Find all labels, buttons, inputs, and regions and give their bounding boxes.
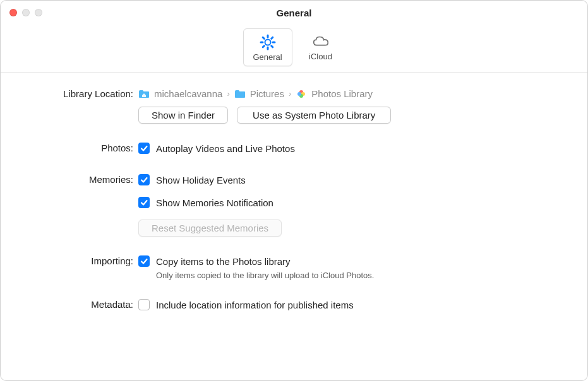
copy-items-subtext: Only items copied to the library will up… <box>156 271 567 280</box>
chevron-right-icon: › <box>289 89 291 98</box>
reset-memories-button: Reset Suggested Memories <box>138 220 282 237</box>
cloud-icon <box>311 32 330 51</box>
label-metadata: Metadata: <box>21 298 138 310</box>
preferences-tabs: General iCloud <box>243 28 345 66</box>
tab-icloud-label: iCloud <box>309 52 332 61</box>
row-metadata: Metadata: Include location information f… <box>21 298 567 312</box>
svg-point-4 <box>297 92 301 96</box>
memories-notification-option[interactable]: Show Memories Notification <box>138 196 567 209</box>
row-photos: Photos: Autoplay Videos and Live Photos <box>21 141 567 155</box>
content-area: Library Location: michaelcavanna › Pictu… <box>1 73 587 312</box>
holiday-events-label: Show Holiday Events <box>156 175 246 185</box>
label-importing: Importing: <box>21 254 138 266</box>
holiday-events-option[interactable]: Show Holiday Events <box>138 173 567 187</box>
breadcrumb-segment: michaelcavanna <box>154 88 222 99</box>
use-as-system-library-button[interactable]: Use as System Photo Library <box>237 107 391 124</box>
tab-general[interactable]: General <box>243 28 292 66</box>
row-memories: Memories: Show Holiday Events Show Memor… <box>21 173 567 237</box>
window-title: General <box>1 8 587 18</box>
gear-icon <box>258 33 277 52</box>
holiday-events-checkbox[interactable] <box>138 174 150 185</box>
label-memories: Memories: <box>21 173 138 185</box>
toolbar: General iCloud <box>1 25 587 73</box>
close-button[interactable] <box>9 9 17 16</box>
copy-items-option[interactable]: Copy items to the Photos library <box>138 254 567 268</box>
autoplay-checkbox[interactable] <box>138 143 150 154</box>
show-in-finder-button[interactable]: Show in Finder <box>138 107 228 124</box>
copy-items-label: Copy items to the Photos library <box>156 256 291 267</box>
include-location-label: Include location information for publish… <box>156 300 354 310</box>
include-location-option[interactable]: Include location information for publish… <box>138 298 567 312</box>
zoom-button[interactable] <box>35 9 42 16</box>
svg-point-0 <box>265 40 270 45</box>
preferences-window: General General <box>0 0 588 381</box>
tab-icloud[interactable]: iCloud <box>296 28 345 66</box>
breadcrumb-segment: Photos Library <box>311 88 373 99</box>
breadcrumb-segment: Pictures <box>250 88 284 99</box>
autoplay-option[interactable]: Autoplay Videos and Live Photos <box>138 141 567 155</box>
label-library-location: Library Location: <box>21 87 138 99</box>
library-path-breadcrumb: michaelcavanna › Pictures › <box>138 87 567 107</box>
row-importing: Importing: Copy items to the Photos libr… <box>21 254 567 280</box>
photos-library-icon <box>296 89 307 99</box>
memories-notification-checkbox[interactable] <box>138 197 150 208</box>
copy-items-checkbox[interactable] <box>138 255 150 267</box>
home-folder-icon <box>138 89 150 99</box>
autoplay-label: Autoplay Videos and Live Photos <box>156 143 295 154</box>
tab-general-label: General <box>253 52 282 62</box>
memories-notification-label: Show Memories Notification <box>156 197 273 208</box>
label-photos: Photos: <box>21 141 138 153</box>
titlebar: General <box>1 1 587 25</box>
minimize-button[interactable] <box>22 9 30 16</box>
window-controls <box>9 9 42 16</box>
include-location-checkbox[interactable] <box>138 299 150 310</box>
chevron-right-icon: › <box>227 89 229 98</box>
library-action-buttons: Show in Finder Use as System Photo Libra… <box>138 107 567 124</box>
folder-icon <box>234 89 246 99</box>
row-library-location: Library Location: michaelcavanna › Pictu… <box>21 87 567 124</box>
